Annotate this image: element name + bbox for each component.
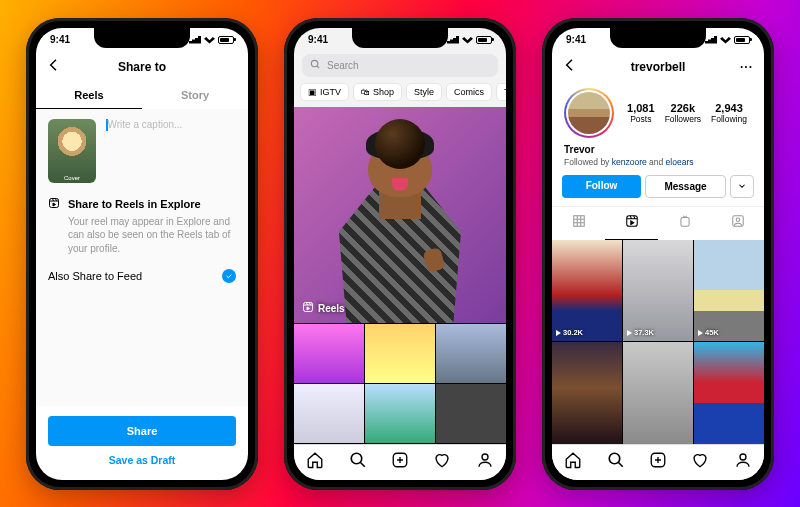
feed-toggle-label: Also Share to Feed	[48, 270, 142, 282]
svg-rect-16	[680, 217, 688, 226]
nav-search-icon[interactable]	[607, 451, 625, 473]
explore-thumb[interactable]	[365, 324, 435, 383]
profile-stats-row: 1,081Posts 226kFollowers 2,943Following	[552, 82, 764, 144]
phone-profile: 9:41 trevorbell ··· 1,081Posts 226kFollo…	[542, 18, 774, 490]
nav-home-icon[interactable]	[564, 451, 582, 473]
svg-line-5	[360, 462, 365, 467]
phone-notch	[352, 28, 448, 48]
wifi-icon	[720, 36, 731, 44]
play-icon	[698, 330, 703, 336]
profile-avatar[interactable]	[564, 88, 614, 138]
chip-tv-movies[interactable]: TV & Movies	[496, 83, 506, 101]
follow-button[interactable]: Follow	[562, 175, 641, 198]
nav-new-post-icon[interactable]	[649, 451, 667, 473]
explore-thumb[interactable]	[365, 384, 435, 443]
stat-followers[interactable]: 226kFollowers	[665, 102, 701, 124]
phone-share-to: 9:41 Share to Reels Story Cover Write a …	[26, 18, 258, 490]
svg-point-1	[311, 60, 317, 66]
explore-thumb[interactable]	[294, 384, 364, 443]
phone-notch	[610, 28, 706, 48]
profile-display-name: Trevor	[552, 144, 764, 155]
nav-home-icon[interactable]	[306, 451, 324, 473]
followed-by-line: Followed by kenzoore and eloears	[552, 155, 764, 175]
stat-posts[interactable]: 1,081Posts	[627, 102, 655, 124]
stat-following[interactable]: 2,943Following	[711, 102, 747, 124]
svg-point-4	[351, 453, 362, 464]
explore-desc: Your reel may appear in Explore and can …	[48, 211, 236, 256]
tab-story[interactable]: Story	[142, 82, 248, 109]
search-input[interactable]: Search	[302, 54, 498, 77]
tab-tagged-icon[interactable]	[711, 207, 764, 240]
profile-header: trevorbell ···	[552, 52, 764, 82]
play-icon	[556, 330, 561, 336]
tab-igtv-icon[interactable]	[658, 207, 711, 240]
nav-profile-icon[interactable]	[476, 451, 494, 473]
chip-comics[interactable]: Comics	[446, 83, 492, 101]
profile-username: trevorbell	[631, 60, 686, 74]
explore-title: Share to Reels in Explore	[68, 198, 201, 210]
chip-igtv[interactable]: ▣IGTV	[300, 83, 349, 101]
cover-label: Cover	[48, 175, 96, 181]
back-button[interactable]	[46, 57, 62, 76]
bottom-nav	[552, 444, 764, 480]
share-tabs: Reels Story	[36, 82, 248, 109]
tab-reels[interactable]: Reels	[36, 82, 142, 109]
explore-hero-reel[interactable]: Reels	[294, 107, 506, 324]
search-placeholder: Search	[327, 60, 359, 71]
chip-style[interactable]: Style	[406, 83, 442, 101]
reels-icon	[302, 301, 314, 315]
caption-input[interactable]: Write a caption...	[106, 119, 236, 183]
chip-shop[interactable]: 🛍︎Shop	[353, 83, 402, 101]
share-header: Share to	[36, 52, 248, 82]
tab-reels-icon[interactable]	[605, 207, 658, 240]
cover-thumbnail[interactable]: Cover	[48, 119, 96, 183]
feed-toggle-check-icon	[222, 269, 236, 283]
svg-point-18	[736, 218, 740, 222]
reel-thumbnail[interactable]: 45K	[694, 240, 764, 342]
explore-grid: Reels	[294, 107, 506, 444]
reel-thumbnail[interactable]: 30.2K	[552, 240, 622, 342]
explore-thumb[interactable]	[436, 384, 506, 443]
screen-explore: 9:41 Search ▣IGTV 🛍︎Shop Style Comics TV…	[294, 28, 506, 480]
signal-icon	[189, 36, 201, 44]
tab-grid-icon[interactable]	[552, 207, 605, 240]
search-icon	[310, 59, 321, 72]
message-button[interactable]: Message	[645, 175, 726, 198]
explore-thumb[interactable]	[436, 324, 506, 383]
status-time: 9:41	[566, 34, 586, 45]
explore-chips: ▣IGTV 🛍︎Shop Style Comics TV & Movies	[294, 83, 506, 107]
also-share-feed-row[interactable]: Also Share to Feed	[48, 255, 236, 283]
followed-by-user-link[interactable]: eloears	[666, 157, 694, 167]
reel-thumbnail[interactable]	[623, 342, 693, 444]
nav-new-post-icon[interactable]	[391, 451, 409, 473]
igtv-icon: ▣	[308, 87, 317, 97]
reels-badge: Reels	[302, 301, 345, 315]
more-options-icon[interactable]: ···	[740, 60, 753, 74]
nav-profile-icon[interactable]	[734, 451, 752, 473]
nav-search-icon[interactable]	[349, 451, 367, 473]
status-time: 9:41	[50, 34, 70, 45]
share-title: Share to	[118, 60, 166, 74]
wifi-icon	[462, 36, 473, 44]
phone-notch	[94, 28, 190, 48]
svg-point-19	[609, 453, 620, 464]
reel-thumbnail[interactable]: 37.3K	[623, 240, 693, 342]
followed-by-user-link[interactable]: kenzoore	[612, 157, 647, 167]
suggested-users-button[interactable]	[730, 175, 754, 198]
wifi-icon	[204, 36, 215, 44]
status-time: 9:41	[308, 34, 328, 45]
share-body: Cover Write a caption... Share to Reels …	[36, 109, 248, 406]
nav-activity-icon[interactable]	[691, 451, 709, 473]
back-button[interactable]	[562, 57, 578, 76]
battery-icon	[218, 36, 234, 44]
explore-thumb[interactable]	[294, 324, 364, 383]
save-draft-button[interactable]: Save as Draft	[48, 446, 236, 466]
nav-activity-icon[interactable]	[433, 451, 451, 473]
share-button[interactable]: Share	[48, 416, 236, 446]
screen-profile: 9:41 trevorbell ··· 1,081Posts 226kFollo…	[552, 28, 764, 480]
reel-thumbnail[interactable]	[694, 342, 764, 444]
svg-rect-15	[626, 215, 637, 226]
reel-thumbnail[interactable]	[552, 342, 622, 444]
bottom-nav	[294, 444, 506, 480]
battery-icon	[734, 36, 750, 44]
